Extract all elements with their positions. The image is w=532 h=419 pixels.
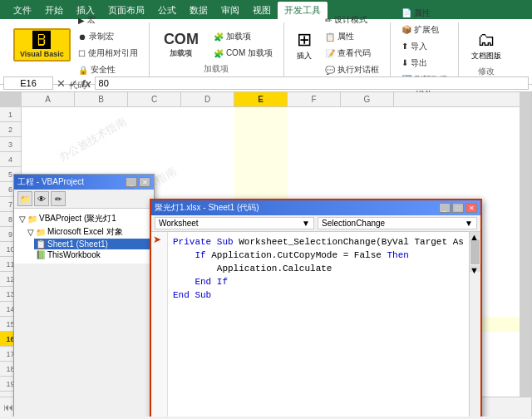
col-header-e: E bbox=[234, 92, 288, 106]
scroll-up-btn[interactable]: ▲ bbox=[470, 232, 480, 239]
vba-tree-excel-objects[interactable]: ▽ 📁 Microsoft Excel 对象 bbox=[26, 225, 150, 239]
vba-project-tree: ▽ 📁 VBAProject (聚光灯1 ▽ 📁 Microsoft Excel… bbox=[14, 209, 154, 264]
tab-view[interactable]: 视图 bbox=[246, 2, 278, 19]
code-close-button[interactable]: ✕ bbox=[466, 203, 477, 213]
addin-button[interactable]: 🧩 加载项 bbox=[209, 28, 277, 45]
ribbon-group-controls: ⊞ 插入 ✏ 设计模式 📋 属性 📝 查看代码 bbox=[284, 22, 391, 81]
vba-tree-sheet1[interactable]: 📋 Sheet1 (Sheet1) bbox=[34, 239, 150, 249]
tab-review[interactable]: 审阅 bbox=[214, 2, 246, 19]
xml-pkg-icon: 📦 bbox=[401, 25, 411, 34]
vba-minimize-button[interactable]: _ bbox=[126, 177, 137, 187]
vba-title-bar[interactable]: 工程 - VBAProject _ ✕ bbox=[14, 175, 154, 190]
properties-button[interactable]: 📋 属性 bbox=[321, 28, 383, 45]
dialog-icon: 💬 bbox=[325, 66, 335, 75]
code-proc-dropdown[interactable]: SelectionChange ▼ bbox=[318, 217, 477, 229]
scroll-down-btn[interactable]: ▼ bbox=[470, 265, 480, 272]
security-button[interactable]: 🔒 安全性 bbox=[74, 62, 142, 78]
code-object-dropdown[interactable]: Worksheet ▼ bbox=[155, 217, 314, 229]
vba-excel-folder-icon: 📁 bbox=[36, 228, 46, 237]
ribbon-group-xml: 📄 属性 📦 扩展包 ⬆ 导入 ⬇ 导出 🔄 刷新数据 bbox=[391, 22, 459, 81]
vba-workbook-icon: 📗 bbox=[36, 250, 46, 259]
xml-import-button[interactable]: ⬆ 导入 bbox=[397, 38, 451, 55]
vba-tool-3[interactable]: ✏ bbox=[51, 191, 66, 206]
code-scrollbar[interactable]: ▲ ▼ bbox=[469, 232, 480, 417]
code-body: ➤ Private Sub Worksheet_SelectionChange(… bbox=[151, 232, 480, 417]
code-title-bar[interactable]: 聚光灯1.xlsx - Sheet1 (代码) _ □ ✕ bbox=[151, 200, 480, 215]
vba-window-controls: _ ✕ bbox=[126, 177, 150, 187]
relative-ref-button[interactable]: ☐ 使用相对引用 bbox=[74, 45, 142, 62]
vba-tool-1[interactable]: 📁 bbox=[17, 191, 32, 206]
code-proc-value: SelectionChange bbox=[322, 219, 385, 228]
addin-label: 加载项 bbox=[226, 31, 251, 42]
cancel-icon[interactable]: ✕ bbox=[57, 77, 66, 90]
code-minimize-button[interactable]: _ bbox=[439, 203, 451, 213]
code-window-controls: _ □ ✕ bbox=[439, 203, 477, 213]
record-macro-button[interactable]: ⏺ 录制宏 bbox=[74, 28, 142, 45]
vba-tool-2[interactable]: 👁 bbox=[34, 191, 49, 206]
insert-control-button[interactable]: ⊞ 插入 bbox=[291, 27, 318, 64]
dialog-button[interactable]: 💬 执行对话框 bbox=[321, 62, 383, 78]
visual-basic-button[interactable]: 🅱 Visual Basic bbox=[13, 28, 71, 62]
xml-import-label: 导入 bbox=[411, 41, 427, 52]
col-header-a: A bbox=[22, 92, 75, 106]
vba-tree-level1: ▽ 📁 Microsoft Excel 对象 📋 Sheet1 (Sheet1)… bbox=[26, 225, 150, 260]
vba-excel-objects-label: Microsoft Excel 对象 bbox=[47, 226, 123, 238]
com-text: COM bbox=[164, 31, 199, 48]
insert-control-icon: ⊞ bbox=[297, 29, 312, 51]
visual-basic-icon: 🅱 bbox=[32, 32, 51, 50]
code-line-4: End If bbox=[173, 275, 464, 288]
vba-tree-level2: 📋 Sheet1 (Sheet1) 📗 ThisWorkbook bbox=[34, 239, 150, 260]
dialog-label: 执行对话框 bbox=[337, 64, 379, 76]
col-header-d: D bbox=[181, 92, 234, 106]
vba-close-button[interactable]: ✕ bbox=[139, 177, 150, 187]
vba-root-expand-icon: ▽ bbox=[19, 214, 26, 224]
vba-expand-icon: ▽ bbox=[27, 228, 34, 237]
xml-pkg-label: 扩展包 bbox=[414, 24, 439, 36]
relative-label: 使用相对引用 bbox=[88, 47, 138, 59]
main-area: 办公族技术指南 办公族技术指南 办公族技术指南 办公族技术指南 办公族技术指南 … bbox=[0, 92, 532, 417]
doc-panel-button[interactable]: 🗂 文档图版 bbox=[466, 27, 507, 64]
formula-input[interactable] bbox=[95, 76, 529, 90]
ribbon-group-code-items: 🅱 Visual Basic ▶ 宏 ⏺ 录制宏 ☐ 使用相对引用 bbox=[13, 12, 142, 78]
addins-small: 🧩 加载项 🧩 COM 加载项 bbox=[209, 28, 277, 62]
com-block[interactable]: COM 加载项 bbox=[156, 28, 206, 62]
xml-export-button[interactable]: ⬇ 导出 bbox=[397, 55, 451, 71]
vba-toolbar: 📁 👁 ✏ bbox=[14, 190, 154, 209]
addin-icon: 🧩 bbox=[214, 32, 224, 42]
properties-icon: 📋 bbox=[325, 32, 335, 42]
com-sublabel: 加载项 bbox=[170, 48, 192, 59]
controls-items: ⊞ 插入 ✏ 设计模式 📋 属性 📝 查看代码 bbox=[291, 12, 383, 78]
code-toolbar: Worksheet ▼ SelectionChange ▼ bbox=[151, 215, 480, 232]
com-addin-button[interactable]: 🧩 COM 加载项 bbox=[209, 45, 277, 62]
function-icon[interactable]: fx bbox=[81, 77, 91, 90]
code-arrow-indicator: ➤ bbox=[151, 234, 167, 245]
view-code-button[interactable]: 📝 查看代码 bbox=[321, 45, 383, 62]
vba-sheet-icon: 📋 bbox=[36, 239, 46, 249]
tab-data[interactable]: 数据 bbox=[183, 2, 214, 19]
view-code-icon: 📝 bbox=[325, 49, 335, 58]
confirm-icon[interactable]: ✓ bbox=[69, 77, 78, 90]
security-icon: 🔒 bbox=[78, 66, 88, 75]
com-addin-label: COM 加载项 bbox=[226, 47, 273, 59]
scroll-thumb[interactable] bbox=[470, 239, 480, 264]
code-title-text: 聚光灯1.xlsx - Sheet1 (代码) bbox=[155, 202, 259, 214]
view-code-label: 查看代码 bbox=[337, 47, 371, 59]
watermark-1: 办公族技术指南 bbox=[57, 114, 130, 165]
design-icon: ✏ bbox=[325, 16, 332, 25]
cell-reference-input[interactable]: E16 bbox=[3, 76, 53, 90]
col-header-c: C bbox=[128, 92, 181, 106]
code-maximize-button[interactable]: □ bbox=[452, 203, 464, 213]
macro-button[interactable]: ▶ 宏 bbox=[74, 12, 142, 28]
code-proc-arrow: ▼ bbox=[465, 219, 473, 228]
record-label: 录制宏 bbox=[89, 31, 114, 42]
xml-pkg-button[interactable]: 📦 扩展包 bbox=[397, 22, 451, 38]
design-mode-button[interactable]: ✏ 设计模式 bbox=[321, 12, 383, 28]
insert-control-label: 插入 bbox=[297, 51, 312, 62]
code-line-2: If Application.CutCopyMode = False Then bbox=[173, 249, 464, 262]
vba-tree-root[interactable]: ▽ 📁 VBAProject (聚光灯1 bbox=[17, 212, 150, 225]
tab-formula[interactable]: 公式 bbox=[151, 2, 183, 19]
xml-prop-button[interactable]: 📄 属性 bbox=[397, 5, 451, 22]
vba-tree-thisworkbook[interactable]: 📗 ThisWorkbook bbox=[34, 249, 150, 260]
code-editor[interactable]: Private Sub Worksheet_SelectionChange(By… bbox=[168, 232, 469, 417]
tab-nav-first[interactable]: ⏮ bbox=[3, 402, 13, 413]
